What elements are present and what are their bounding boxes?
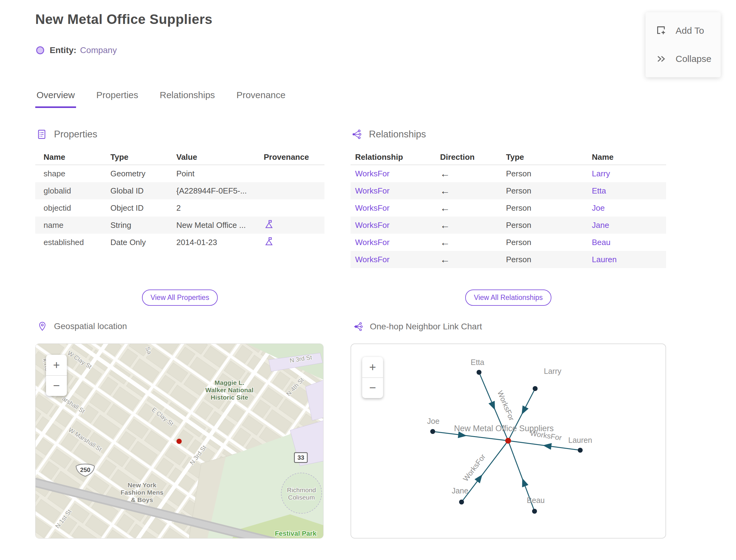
- node-label-etta: Etta: [471, 358, 485, 366]
- relationship-link[interactable]: WorksFor: [355, 169, 440, 178]
- entity-label: Entity:: [50, 45, 76, 55]
- direction-arrow: ←: [440, 254, 506, 265]
- direction-arrow: ←: [440, 237, 506, 248]
- view-all-relationships-button[interactable]: View All Relationships: [465, 290, 551, 306]
- entity-link[interactable]: Etta: [592, 186, 666, 196]
- collapse-button[interactable]: Collapse: [655, 53, 721, 65]
- map-pin-icon: [37, 321, 47, 331]
- route-shield-33: 33: [294, 453, 307, 462]
- entity-link[interactable]: Jane: [592, 221, 666, 230]
- linkchart-section-title: One-hop Neighbor Link Chart: [370, 322, 482, 332]
- relationship-link[interactable]: WorksFor: [355, 238, 440, 247]
- entity-link[interactable]: Larry: [592, 169, 666, 178]
- chart-zoom-out-button[interactable]: −: [362, 378, 383, 398]
- map-label-festival-park: Festival Park: [275, 530, 317, 537]
- page-title: New Metal Office Suppliers: [35, 12, 213, 27]
- node-label-center: New Metal Office Suppliers: [454, 424, 554, 433]
- node-jane[interactable]: [459, 500, 464, 504]
- entity-type-dot-icon: [36, 46, 44, 54]
- linkchart-section-header: One-hop Neighbor Link Chart: [353, 321, 482, 332]
- direction-arrow: ←: [440, 168, 506, 179]
- tab-relationships[interactable]: Relationships: [159, 90, 216, 108]
- svg-text:& Boys: & Boys: [131, 496, 153, 503]
- node-label-jane: Jane: [452, 486, 468, 495]
- chart-zoom-control: + −: [362, 357, 383, 398]
- col-name: Name: [44, 152, 110, 162]
- edge-label-worksfor: WorksFor: [496, 389, 516, 422]
- col-value: Value: [176, 152, 264, 162]
- svg-text:250: 250: [80, 466, 90, 473]
- table-row: objectid Object ID 2: [35, 199, 324, 217]
- direction-arrow: ←: [440, 202, 506, 214]
- relationship-link[interactable]: WorksFor: [355, 186, 440, 196]
- map-zoom-in-button[interactable]: +: [46, 355, 67, 376]
- add-to-button[interactable]: Add To: [655, 25, 721, 37]
- table-row: WorksFor ← Person Etta: [351, 182, 666, 199]
- table-row: WorksFor ← Person Beau: [351, 234, 666, 251]
- map-zoom-out-button[interactable]: −: [46, 376, 67, 396]
- link-chart-panel[interactable]: WorksFor WorksFor WorksFor Etta Larry Jo…: [351, 343, 666, 539]
- table-row: WorksFor ← Person Joe: [351, 199, 666, 217]
- table-row: WorksFor ← Person Jane: [351, 217, 666, 234]
- direction-arrow: ←: [440, 185, 506, 197]
- tab-overview[interactable]: Overview: [35, 90, 76, 108]
- entity-link[interactable]: Joe: [592, 203, 666, 213]
- node-etta[interactable]: [477, 370, 481, 375]
- map-canvas[interactable]: 250 33 k Rd W Clay St Sa arshall St W Ma…: [36, 344, 324, 539]
- add-to-label: Add To: [676, 25, 704, 36]
- properties-table-header: Name Type Value Provenance: [35, 150, 324, 165]
- entity-link[interactable]: Beau: [592, 238, 666, 247]
- table-row: shape Geometry Point: [35, 165, 324, 182]
- svg-text:Historic Site: Historic Site: [211, 394, 248, 401]
- entity-link[interactable]: Lauren: [592, 255, 666, 264]
- node-label-larry: Larry: [544, 367, 562, 375]
- node-larry[interactable]: [533, 386, 538, 391]
- svg-text:Richmond: Richmond: [287, 486, 316, 493]
- relationship-link[interactable]: WorksFor: [355, 255, 440, 264]
- tab-properties[interactable]: Properties: [95, 90, 140, 108]
- svg-text:33: 33: [297, 454, 304, 461]
- node-label-joe: Joe: [427, 417, 439, 425]
- collapse-label: Collapse: [676, 54, 711, 64]
- col-name: Name: [592, 152, 666, 162]
- actions-card: Add To Collapse: [646, 12, 721, 77]
- view-all-properties-button[interactable]: View All Properties: [142, 290, 218, 306]
- node-center-company[interactable]: [505, 438, 511, 444]
- map-zoom-control: + −: [46, 355, 67, 396]
- node-beau[interactable]: [532, 509, 537, 514]
- table-row: WorksFor ← Person Larry: [351, 165, 666, 182]
- link-chart-icon: [353, 321, 363, 332]
- provenance-flag-icon[interactable]: [264, 219, 274, 229]
- node-label-beau: Beau: [527, 496, 545, 504]
- node-lauren[interactable]: [578, 448, 583, 453]
- svg-text:New York: New York: [128, 481, 156, 489]
- relationship-link[interactable]: WorksFor: [355, 221, 440, 230]
- provenance-flag-icon[interactable]: [264, 236, 274, 247]
- link-chart-canvas[interactable]: WorksFor WorksFor WorksFor Etta Larry Jo…: [351, 344, 665, 538]
- entity-location-marker[interactable]: [177, 439, 182, 444]
- properties-table: Name Type Value Provenance shape Geometr…: [35, 150, 324, 251]
- tab-bar: Overview Properties Relationships Proven…: [35, 90, 287, 108]
- chart-zoom-in-button[interactable]: +: [362, 357, 383, 378]
- relationships-icon: [351, 129, 362, 140]
- relationships-table: Relationship Direction Type Name WorksFo…: [351, 150, 666, 268]
- table-row: WorksFor ← Person Lauren: [351, 251, 666, 268]
- add-to-icon: [655, 25, 668, 37]
- col-relationship: Relationship: [355, 152, 440, 162]
- node-label-lauren: Lauren: [568, 436, 592, 444]
- tab-provenance[interactable]: Provenance: [235, 90, 287, 108]
- table-row: globalid Global ID {A228944F-0EF5-...: [35, 182, 324, 199]
- geospatial-section-header: Geospatial location: [37, 321, 127, 331]
- col-type: Type: [506, 152, 592, 162]
- map-panel[interactable]: 250 33 k Rd W Clay St Sa arshall St W Ma…: [35, 343, 324, 539]
- node-joe[interactable]: [430, 429, 435, 434]
- direction-arrow: ←: [440, 220, 506, 231]
- properties-section-title: Properties: [54, 129, 97, 140]
- col-type: Type: [110, 152, 176, 162]
- entity-badge-row: Entity: Company: [36, 45, 117, 55]
- map-label-richmond-coliseum: Richmond Coliseum: [287, 486, 316, 501]
- relationship-link[interactable]: WorksFor: [355, 203, 440, 213]
- svg-text:Walker National: Walker National: [205, 386, 254, 393]
- col-provenance: Provenance: [264, 152, 324, 162]
- relationships-table-header: Relationship Direction Type Name: [351, 150, 666, 165]
